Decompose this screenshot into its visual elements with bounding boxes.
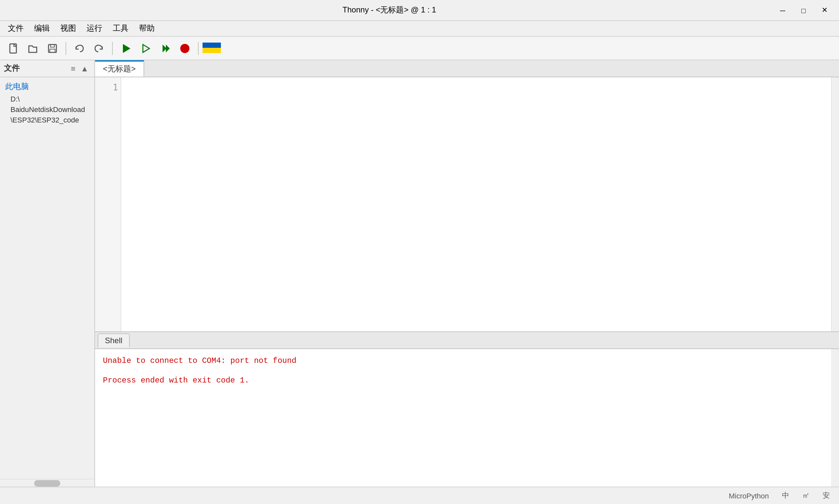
sidebar-scrollbar[interactable] [0,479,94,487]
sidebar-scroll-thumb [34,480,60,487]
editor-container: 1 [95,77,839,331]
stop-button[interactable] [176,39,194,57]
undo-button[interactable] [70,39,88,57]
editor-shell-container: <无标题> 1 Shell Unable to connect to COM4:… [95,60,839,487]
svg-marker-5 [143,44,150,52]
menu-run[interactable]: 运行 [81,22,107,35]
toolbar [0,37,839,60]
maximize-button[interactable]: □ [794,4,813,17]
step-over-button[interactable] [156,39,174,57]
menu-tools[interactable]: 工具 [107,22,134,35]
status-right: MicroPython 中 ㎡ 安 [725,489,834,502]
menu-file[interactable]: 文件 [3,22,29,35]
svg-marker-7 [166,44,170,52]
shell-error-line1: Unable to connect to COM4: port not foun… [103,354,831,368]
toolbar-separator-1 [66,41,66,55]
code-editor[interactable] [121,77,831,331]
tree-item-computer[interactable]: 此电脑 [0,80,94,94]
sidebar: 文件 ≡ ▲ 此电脑 D:\ BaiduNetdiskDownload \ESP… [0,60,95,487]
menu-edit[interactable]: 编辑 [29,22,55,35]
stop-icon [180,43,189,53]
shell-tabs: Shell [95,332,839,349]
minimize-button[interactable]: ─ [773,4,792,17]
open-file-button[interactable] [23,39,42,57]
tree-item-esp32[interactable]: \ESP32\ESP32_code [0,114,94,125]
tree-item-baidu[interactable]: BaiduNetdiskDownload [0,104,94,114]
svg-marker-4 [123,44,130,52]
sidebar-header: 文件 ≡ ▲ [0,60,94,77]
close-button[interactable]: ✕ [816,4,834,17]
editor-area: <无标题> 1 [95,60,839,331]
editor-tab-untitled[interactable]: <无标题> [95,60,144,77]
interpreter-status[interactable]: MicroPython [725,490,773,501]
title-bar: Thonny - <无标题> @ 1 : 1 ─ □ ✕ [0,0,839,21]
editor-scrollbar[interactable] [831,77,839,331]
tabs-bar: <无标题> [95,60,839,77]
flag-blue [203,42,221,48]
extra1-status[interactable]: ㎡ [798,489,814,502]
line-number-1: 1 [98,83,118,92]
ukraine-flag-icon [203,42,221,54]
debug-button[interactable] [136,39,155,57]
save-file-button[interactable] [43,39,62,57]
title-text: Thonny - <无标题> @ 1 : 1 [5,4,773,16]
shell-panel: Shell Unable to connect to COM4: port no… [95,331,839,487]
shell-tab[interactable]: Shell [98,334,129,347]
flag-yellow [203,48,221,53]
shell-error-line2: Process ended with exit code 1. [103,374,831,388]
shell-content: Unable to connect to COM4: port not foun… [95,349,839,487]
sidebar-menu-button[interactable]: ≡ [69,63,77,74]
tree-item-d[interactable]: D:\ [0,94,94,104]
menu-help[interactable]: 帮助 [134,22,160,35]
menu-view[interactable]: 视图 [55,22,81,35]
new-file-button[interactable] [4,39,22,57]
redo-button[interactable] [90,39,108,57]
line-numbers: 1 [95,77,121,331]
main-layout: 文件 ≡ ▲ 此电脑 D:\ BaiduNetdiskDownload \ESP… [0,60,839,487]
sidebar-controls: ≡ ▲ [69,63,90,74]
toolbar-separator-2 [112,41,113,55]
sidebar-title: 文件 [4,63,20,74]
status-bar: MicroPython 中 ㎡ 安 [0,487,839,504]
sidebar-collapse-button[interactable]: ▲ [78,63,90,74]
shell-scrollbar[interactable] [831,349,839,487]
extra2-status[interactable]: 安 [819,489,834,502]
file-tree: 此电脑 D:\ BaiduNetdiskDownload \ESP32\ESP3… [0,77,94,479]
language-status[interactable]: 中 [778,489,793,502]
toolbar-separator-3 [198,41,198,55]
run-button[interactable] [117,39,135,57]
menu-bar: 文件 编辑 视图 运行 工具 帮助 [0,21,839,37]
window-controls: ─ □ ✕ [773,4,834,17]
